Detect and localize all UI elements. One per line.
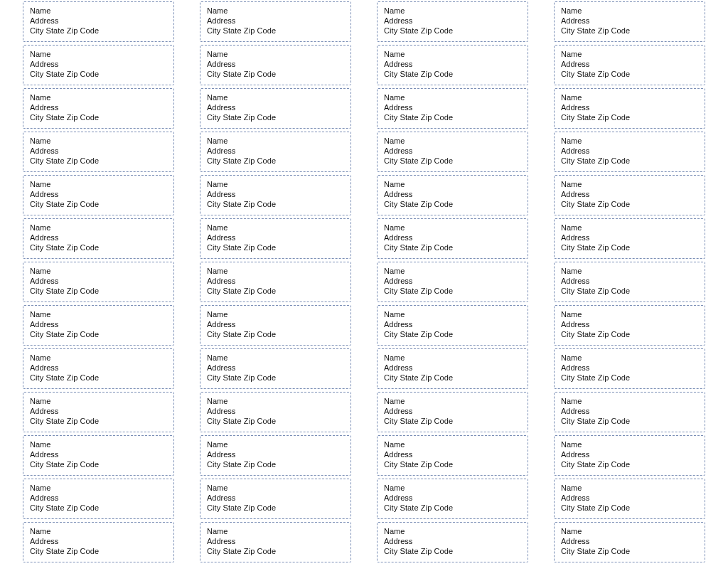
address-label: NameAddressCity State Zip Code (554, 522, 705, 562)
address-label: NameAddressCity State Zip Code (554, 392, 705, 432)
label-line-name: Name (561, 93, 698, 103)
address-label: NameAddressCity State Zip Code (200, 348, 351, 389)
label-line-name: Name (30, 440, 167, 450)
label-line-city-state-zip: City State Zip Code (561, 200, 698, 210)
label-line-city-state-zip: City State Zip Code (207, 156, 344, 166)
label-line-name: Name (30, 484, 167, 493)
label-line-address: Address (384, 363, 521, 373)
label-line-address: Address (561, 277, 698, 287)
label-line-address: Address (30, 537, 167, 547)
label-line-address: Address (30, 60, 167, 70)
label-line-address: Address (561, 190, 698, 200)
label-line-city-state-zip: City State Zip Code (30, 417, 167, 427)
label-line-name: Name (30, 353, 167, 363)
address-label: NameAddressCity State Zip Code (554, 348, 705, 389)
label-line-address: Address (30, 407, 167, 417)
address-label: NameAddressCity State Zip Code (377, 1, 528, 42)
label-line-address: Address (384, 60, 521, 70)
label-line-address: Address (561, 103, 698, 113)
address-label: NameAddressCity State Zip Code (554, 1, 705, 42)
label-line-name: Name (207, 527, 344, 537)
address-label: NameAddressCity State Zip Code (23, 305, 174, 346)
label-line-name: Name (207, 6, 344, 16)
label-line-name: Name (561, 353, 698, 363)
address-label: NameAddressCity State Zip Code (200, 175, 351, 215)
label-line-city-state-zip: City State Zip Code (384, 417, 521, 427)
label-line-name: Name (561, 397, 698, 407)
label-line-city-state-zip: City State Zip Code (207, 330, 344, 340)
label-line-name: Name (384, 353, 521, 363)
label-line-name: Name (384, 527, 521, 537)
label-line-address: Address (30, 363, 167, 373)
label-line-address: Address (561, 407, 698, 417)
label-line-city-state-zip: City State Zip Code (561, 70, 698, 80)
label-line-address: Address (207, 16, 344, 26)
label-line-city-state-zip: City State Zip Code (561, 417, 698, 427)
label-line-city-state-zip: City State Zip Code (207, 113, 344, 123)
label-line-name: Name (207, 440, 344, 450)
label-line-city-state-zip: City State Zip Code (384, 243, 521, 253)
address-label: NameAddressCity State Zip Code (377, 522, 528, 562)
label-line-name: Name (384, 310, 521, 320)
address-label: NameAddressCity State Zip Code (200, 435, 351, 476)
label-line-address: Address (207, 493, 344, 503)
label-line-city-state-zip: City State Zip Code (561, 287, 698, 297)
address-label: NameAddressCity State Zip Code (23, 1, 174, 42)
label-line-address: Address (30, 16, 167, 26)
label-line-name: Name (384, 180, 521, 190)
label-line-address: Address (561, 60, 698, 70)
label-line-name: Name (384, 93, 521, 103)
label-line-name: Name (561, 6, 698, 16)
label-line-name: Name (384, 50, 521, 60)
address-label: NameAddressCity State Zip Code (377, 262, 528, 302)
label-line-city-state-zip: City State Zip Code (207, 503, 344, 513)
address-label: NameAddressCity State Zip Code (377, 45, 528, 85)
label-line-name: Name (561, 440, 698, 450)
address-label: NameAddressCity State Zip Code (377, 132, 528, 172)
label-line-name: Name (30, 137, 167, 146)
address-label: NameAddressCity State Zip Code (377, 218, 528, 259)
label-line-city-state-zip: City State Zip Code (384, 156, 521, 166)
label-line-name: Name (384, 267, 521, 277)
address-label: NameAddressCity State Zip Code (377, 175, 528, 215)
label-line-city-state-zip: City State Zip Code (30, 503, 167, 513)
label-line-name: Name (30, 223, 167, 233)
address-label: NameAddressCity State Zip Code (200, 45, 351, 85)
label-line-address: Address (30, 493, 167, 503)
label-line-city-state-zip: City State Zip Code (30, 70, 167, 80)
address-label: NameAddressCity State Zip Code (554, 218, 705, 259)
label-line-name: Name (30, 93, 167, 103)
label-line-address: Address (561, 537, 698, 547)
address-label: NameAddressCity State Zip Code (377, 305, 528, 346)
label-line-address: Address (207, 407, 344, 417)
address-label: NameAddressCity State Zip Code (377, 435, 528, 476)
label-line-city-state-zip: City State Zip Code (30, 460, 167, 470)
label-line-address: Address (384, 146, 521, 156)
label-line-city-state-zip: City State Zip Code (561, 26, 698, 36)
label-line-city-state-zip: City State Zip Code (561, 113, 698, 123)
address-label: NameAddressCity State Zip Code (23, 218, 174, 259)
label-line-name: Name (384, 137, 521, 146)
label-line-address: Address (207, 60, 344, 70)
label-line-address: Address (30, 277, 167, 287)
label-column: NameAddressCity State Zip CodeNameAddres… (377, 1, 528, 562)
label-line-city-state-zip: City State Zip Code (207, 460, 344, 470)
label-line-city-state-zip: City State Zip Code (207, 70, 344, 80)
label-line-address: Address (30, 450, 167, 460)
address-label: NameAddressCity State Zip Code (377, 479, 528, 519)
label-line-name: Name (384, 484, 521, 493)
label-line-city-state-zip: City State Zip Code (30, 547, 167, 557)
address-label: NameAddressCity State Zip Code (23, 522, 174, 562)
label-line-name: Name (207, 137, 344, 146)
label-line-name: Name (207, 50, 344, 60)
label-line-city-state-zip: City State Zip Code (207, 26, 344, 36)
label-line-address: Address (30, 233, 167, 243)
label-line-city-state-zip: City State Zip Code (384, 460, 521, 470)
label-line-address: Address (384, 407, 521, 417)
label-line-name: Name (30, 180, 167, 190)
label-line-name: Name (561, 310, 698, 320)
label-line-city-state-zip: City State Zip Code (30, 373, 167, 383)
label-line-city-state-zip: City State Zip Code (561, 330, 698, 340)
label-line-city-state-zip: City State Zip Code (384, 200, 521, 210)
label-line-address: Address (30, 190, 167, 200)
